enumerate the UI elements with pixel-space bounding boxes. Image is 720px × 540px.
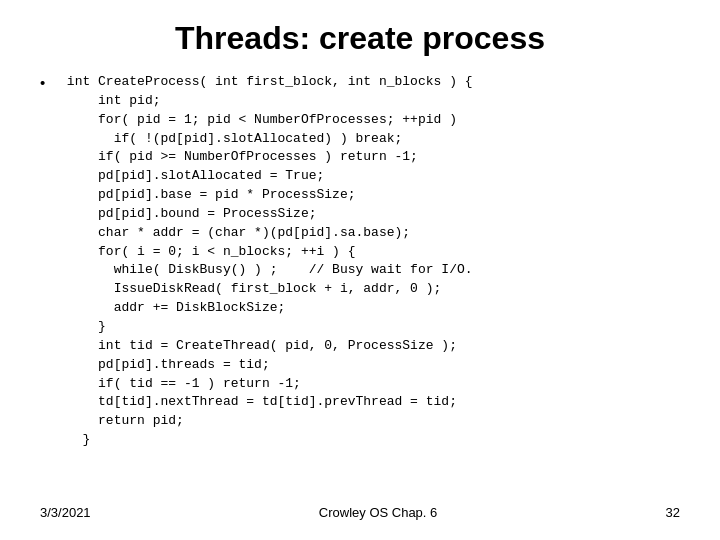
footer-date: 3/3/2021 xyxy=(40,505,91,520)
slide: Threads: create process • int CreateProc… xyxy=(0,0,720,540)
slide-footer: 3/3/2021 Crowley OS Chap. 6 32 xyxy=(40,499,680,520)
footer-center: Crowley OS Chap. 6 xyxy=(319,505,438,520)
code-block: int CreateProcess( int first_block, int … xyxy=(51,73,472,450)
footer-page: 32 xyxy=(666,505,680,520)
bullet-marker: • xyxy=(40,74,45,91)
slide-title: Threads: create process xyxy=(40,20,680,57)
slide-content: • int CreateProcess( int first_block, in… xyxy=(40,73,680,499)
bullet-item: • int CreateProcess( int first_block, in… xyxy=(40,73,680,450)
